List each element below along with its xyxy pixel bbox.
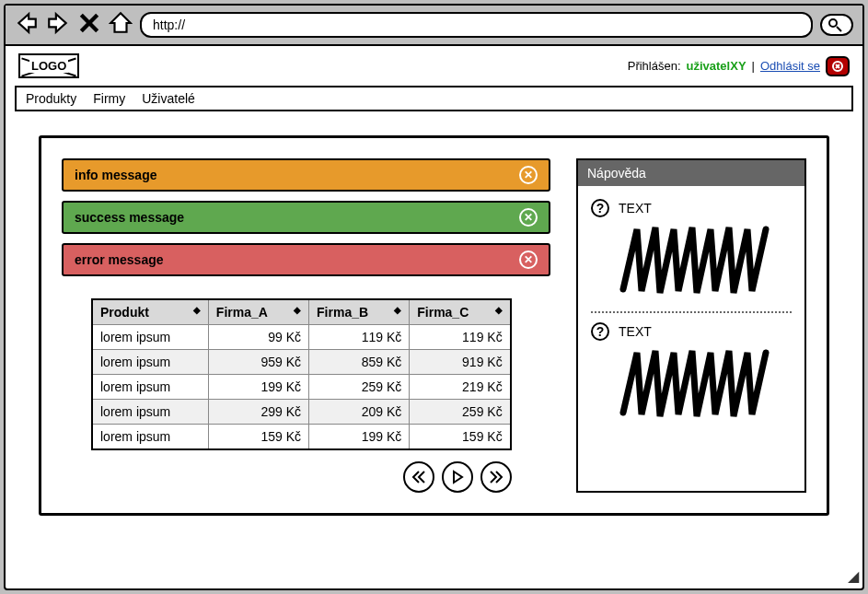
success-message-close[interactable]: ✕ [519, 208, 538, 227]
logged-in-label: Přihlášen: [628, 59, 681, 73]
rewind-icon [411, 470, 426, 484]
col-firma-b[interactable]: Firma_B◆ [309, 299, 410, 325]
logo: LOGO [18, 53, 79, 78]
sort-icon: ◆ [394, 305, 401, 315]
forward-icon[interactable] [46, 11, 70, 39]
home-icon[interactable] [109, 11, 133, 39]
menu-item-produkty[interactable]: Produkty [26, 91, 76, 106]
help-item: ? TEXT [591, 199, 792, 302]
page-header: LOGO Přihlášen: uživatelXY | Odhlásit se [6, 46, 862, 86]
question-icon: ? [591, 199, 609, 217]
logout-button[interactable] [826, 56, 850, 76]
error-message-text: error message [75, 252, 164, 267]
user-name: uživatelXY [687, 59, 746, 73]
col-firma-c[interactable]: Firma_C◆ [410, 299, 511, 325]
user-area: Přihlášen: uživatelXY | Odhlásit se [628, 56, 850, 76]
search-icon [827, 17, 842, 32]
question-icon: ? [591, 322, 609, 341]
help-item-label: TEXT [619, 324, 652, 339]
main-panel: info message ✕ success message ✕ error m… [39, 135, 829, 516]
placeholder-image [619, 348, 775, 422]
sort-icon: ◆ [294, 305, 301, 315]
error-message: error message ✕ [62, 243, 550, 276]
table-row: lorem ipsum159 Kč199 Kč159 Kč [92, 425, 511, 450]
page-content: LOGO Přihlášen: uživatelXY | Odhlásit se… [6, 46, 862, 580]
info-message-close[interactable]: ✕ [519, 166, 538, 184]
table-row: lorem ipsum959 Kč859 Kč919 Kč [92, 350, 511, 375]
success-message: success message ✕ [62, 201, 550, 234]
browser-window: LOGO Přihlášen: uživatelXY | Odhlásit se… [4, 4, 864, 590]
error-message-close[interactable]: ✕ [519, 250, 538, 269]
col-produkt[interactable]: Produkt◆ [92, 299, 208, 325]
menu-item-firmy[interactable]: Firmy [93, 91, 125, 106]
divider [591, 311, 792, 313]
main-menu: Produkty Firmy Uživatelé [15, 86, 853, 111]
help-panel: Nápověda ? TEXT ? TEXT [576, 158, 806, 493]
sort-icon: ◆ [193, 305, 201, 315]
help-item-label: TEXT [619, 201, 652, 215]
svg-line-1 [837, 27, 841, 31]
info-message: info message ✕ [62, 158, 550, 192]
close-icon [831, 60, 844, 73]
success-message-text: success message [75, 210, 184, 225]
info-message-text: info message [75, 168, 156, 182]
table-row: lorem ipsum99 Kč119 Kč119 Kč [92, 325, 511, 350]
pager-last[interactable] [480, 461, 512, 493]
fastforward-icon [489, 470, 503, 484]
stop-icon[interactable] [77, 11, 101, 39]
svg-point-0 [829, 19, 837, 27]
url-input[interactable] [140, 12, 813, 38]
placeholder-image [619, 225, 775, 298]
products-table: Produkt◆ Firma_A◆ Firma_B◆ Firma_C◆ lore… [91, 298, 512, 450]
pager-play[interactable] [442, 461, 473, 493]
sort-icon: ◆ [495, 305, 503, 315]
left-column: info message ✕ success message ✕ error m… [62, 158, 550, 493]
back-icon[interactable] [15, 11, 39, 39]
resize-grip-icon[interactable]: ◢ [848, 567, 859, 585]
play-icon [450, 470, 465, 484]
help-body: ? TEXT ? TEXT [578, 186, 804, 448]
col-firma-a[interactable]: Firma_A◆ [208, 299, 308, 325]
pager [91, 461, 512, 493]
logout-link[interactable]: Odhlásit se [760, 59, 820, 73]
table-row: lorem ipsum299 Kč209 Kč259 Kč [92, 400, 511, 425]
search-bubble[interactable] [820, 14, 853, 36]
help-item: ? TEXT [591, 322, 792, 425]
help-title: Nápověda [578, 160, 804, 186]
menu-item-uzivatele[interactable]: Uživatelé [142, 91, 195, 106]
table-row: lorem ipsum199 Kč259 Kč219 Kč [92, 375, 511, 400]
browser-toolbar [6, 6, 862, 46]
pager-first[interactable] [403, 461, 434, 493]
